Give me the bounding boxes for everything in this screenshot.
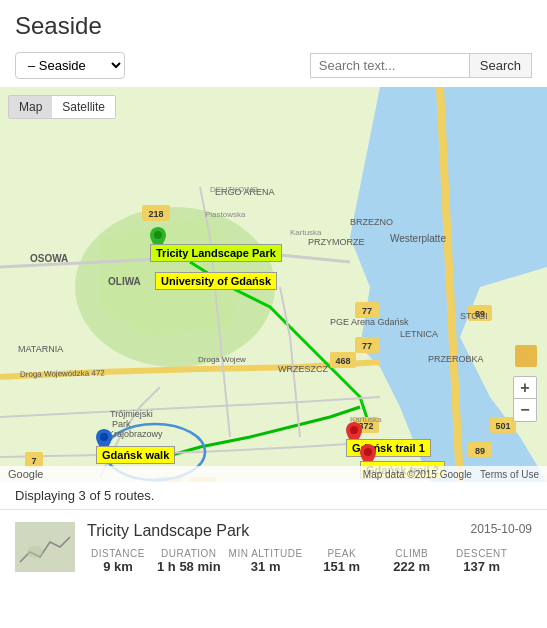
svg-point-59	[27, 546, 43, 558]
google-logo: Google	[8, 468, 43, 480]
zoom-out-button[interactable]: −	[514, 399, 536, 421]
map-tabs: Map Satellite	[8, 95, 116, 119]
zoom-controls: + −	[513, 376, 537, 422]
route-header: Tricity Landscape Park 2015-10-09	[87, 522, 532, 540]
svg-text:PRZEROBKA: PRZEROBKA	[428, 354, 484, 364]
pegman-icon[interactable]	[515, 345, 537, 367]
svg-text:Krajobrazowy: Krajobrazowy	[108, 429, 163, 439]
region-dropdown[interactable]: – Seaside	[15, 52, 125, 79]
tab-map[interactable]: Map	[9, 96, 52, 118]
svg-text:Trójmiejski: Trójmiejski	[110, 409, 153, 419]
stat-min-altitude: MIN ALTITUDE 31 m	[229, 548, 311, 574]
svg-rect-58	[15, 522, 75, 572]
person-icon-svg	[519, 347, 533, 365]
stat-distance: DISTANCE 9 km	[87, 548, 157, 574]
terms-link[interactable]: Terms of Use	[480, 469, 539, 480]
search-button[interactable]: Search	[470, 53, 532, 78]
tab-satellite[interactable]: Satellite	[52, 96, 115, 118]
svg-text:218: 218	[148, 209, 163, 219]
route-thumbnail[interactable]	[15, 522, 75, 572]
svg-text:Kartuska: Kartuska	[290, 228, 322, 237]
search-input[interactable]	[310, 53, 470, 78]
toolbar: – Seaside Search	[0, 48, 547, 87]
svg-text:77: 77	[362, 306, 372, 316]
tricity-label[interactable]: Tricity Landscape Park	[150, 244, 282, 262]
stat-descent: DESCENT 137 m	[451, 548, 521, 574]
svg-text:Park: Park	[112, 419, 131, 429]
svg-text:STOGI: STOGI	[460, 311, 488, 321]
search-group: Search	[310, 53, 532, 78]
route-info: Tricity Landscape Park 2015-10-09 DISTAN…	[87, 522, 532, 574]
page-title: Seaside	[0, 0, 547, 48]
svg-text:MATARNIA: MATARNIA	[18, 344, 63, 354]
svg-text:501: 501	[495, 421, 510, 431]
svg-text:89: 89	[475, 446, 485, 456]
svg-text:BRZEZNO: BRZEZNO	[350, 217, 393, 227]
route-stats: DISTANCE 9 km DURATION 1 h 58 min MIN AL…	[87, 548, 532, 574]
svg-text:Droga Wojew: Droga Wojew	[198, 355, 246, 364]
zoom-in-button[interactable]: +	[514, 377, 536, 399]
stat-duration: DURATION 1 h 58 min	[157, 548, 229, 574]
stat-peak: PEAK 151 m	[311, 548, 381, 574]
svg-point-54	[100, 433, 108, 441]
svg-text:PGE Arena Gdańsk: PGE Arena Gdańsk	[330, 317, 409, 327]
svg-point-56	[364, 448, 372, 456]
gdansk-walk-label[interactable]: Gdańsk walk	[96, 446, 175, 464]
svg-text:LETNICA: LETNICA	[400, 329, 438, 339]
map-copyright: Map data ©2015 Google Terms of Use	[363, 469, 539, 480]
route-date: 2015-10-09	[471, 522, 532, 536]
svg-point-57	[523, 347, 529, 353]
svg-text:OLIWA: OLIWA	[108, 276, 141, 287]
university-label[interactable]: University of Gdańsk	[155, 272, 277, 290]
svg-point-53	[154, 231, 162, 239]
map-container: 218 89 89 77 77 501 501 501 468 3	[0, 87, 547, 482]
svg-point-55	[350, 426, 358, 434]
route-name: Tricity Landscape Park	[87, 522, 249, 540]
svg-text:7: 7	[31, 456, 36, 466]
route-count: Displaying 3 of 5 routes.	[0, 482, 547, 509]
svg-text:WRZESZCZ: WRZESZCZ	[278, 364, 328, 374]
svg-text:Piastowska: Piastowska	[205, 210, 246, 219]
svg-text:Westerplatte: Westerplatte	[390, 233, 446, 244]
gdansk-trail1-label[interactable]: Gdańsk trail 1	[346, 439, 431, 457]
svg-text:Droga Wojewódzka 472: Droga Wojewódzka 472	[20, 369, 105, 379]
thumbnail-map	[15, 522, 75, 572]
stat-climb: CLIMB 222 m	[381, 548, 451, 574]
svg-text:DELITKOWO: DELITKOWO	[210, 185, 258, 194]
svg-text:77: 77	[362, 341, 372, 351]
route-card: Tricity Landscape Park 2015-10-09 DISTAN…	[0, 509, 547, 586]
svg-text:OSOWA: OSOWA	[30, 253, 68, 264]
map-footer: Google Map data ©2015 Google Terms of Us…	[0, 466, 547, 482]
svg-text:PRZYMORZE: PRZYMORZE	[308, 237, 365, 247]
svg-text:468: 468	[335, 356, 350, 366]
